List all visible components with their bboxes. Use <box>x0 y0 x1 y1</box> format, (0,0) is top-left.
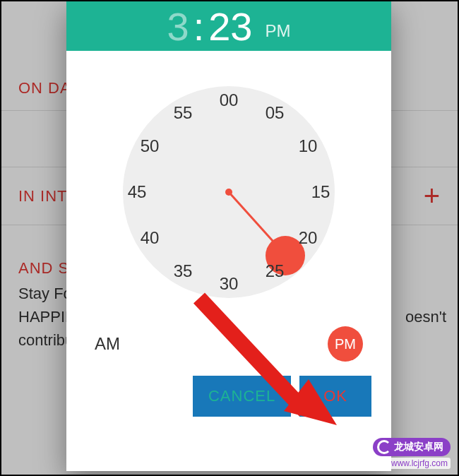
minute-value[interactable]: 23 <box>208 4 252 49</box>
watermark-badge: 龙城安卓网 <box>373 438 451 456</box>
ok-button[interactable]: OK <box>299 376 371 417</box>
time-picker-dialog: 3 : 23 PM 00 05 10 15 20 25 30 35 40 45 … <box>66 1 391 471</box>
hour-value[interactable]: 3 <box>167 4 189 49</box>
clock-face[interactable]: 00 05 10 15 20 25 30 35 40 45 50 55 <box>123 86 335 298</box>
plus-icon: + <box>424 180 441 212</box>
watermark: 龙城安卓网 www.lcjrfg.com <box>373 438 451 469</box>
time-display-header: 3 : 23 PM <box>66 1 391 51</box>
tick-50[interactable]: 50 <box>141 136 160 156</box>
tick-05[interactable]: 05 <box>266 103 285 123</box>
tick-00[interactable]: 00 <box>220 90 239 110</box>
cancel-button[interactable]: CANCEL <box>193 376 291 417</box>
tick-30[interactable]: 30 <box>220 274 239 294</box>
tick-10[interactable]: 10 <box>299 136 318 156</box>
tick-25[interactable]: 25 <box>266 261 285 281</box>
period-label: PM <box>266 21 291 41</box>
clock-center-dot <box>225 189 232 196</box>
tick-15[interactable]: 15 <box>311 182 330 202</box>
tick-20[interactable]: 20 <box>299 228 318 248</box>
dialog-buttons: CANCEL OK <box>66 362 391 417</box>
time-colon: : <box>193 4 205 49</box>
am-label[interactable]: AM <box>95 334 120 354</box>
watermark-logo-icon <box>377 440 391 454</box>
watermark-url: www.lcjrfg.com <box>388 458 451 469</box>
clock-face-container: 00 05 10 15 20 25 30 35 40 45 50 55 <box>66 51 391 333</box>
tick-40[interactable]: 40 <box>141 228 160 248</box>
tick-45[interactable]: 45 <box>128 182 147 202</box>
tick-35[interactable]: 35 <box>174 261 193 281</box>
tick-55[interactable]: 55 <box>174 103 193 123</box>
